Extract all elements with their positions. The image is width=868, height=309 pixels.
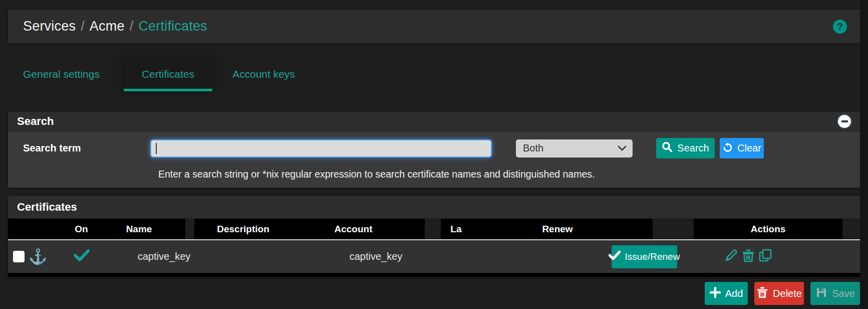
- certificates-panel-title: Certificates: [17, 201, 77, 214]
- breadcrumb-services[interactable]: Services: [23, 19, 76, 34]
- certificates-panel-header: Certificates: [8, 196, 860, 219]
- tab-certificates[interactable]: Certificates: [124, 59, 212, 91]
- cert-account: captive_key: [350, 251, 403, 262]
- floppy-icon: [815, 286, 827, 301]
- undo-icon: [722, 142, 733, 155]
- table-footer-strip: [8, 273, 860, 277]
- cert-name: captive_key: [138, 251, 191, 262]
- tab-label: Certificates: [142, 68, 194, 80]
- search-term-label: Search term: [15, 142, 150, 154]
- minus-icon: [841, 120, 848, 122]
- trash-icon[interactable]: [742, 248, 755, 262]
- search-button-label: Search: [677, 142, 709, 154]
- col-renew: Renew: [462, 219, 653, 240]
- search-input[interactable]: [150, 139, 492, 158]
- issue-renew-label: Issue/Renew: [625, 251, 680, 262]
- edit-icon[interactable]: [724, 248, 738, 262]
- breadcrumb: Services/Acme/Certificates: [23, 19, 207, 34]
- table-header-row: On Name Description Account Last renewed…: [8, 219, 860, 240]
- clear-button-label: Clear: [737, 142, 761, 154]
- tab-label: Account keys: [232, 68, 295, 80]
- help-icon[interactable]: ?: [833, 20, 847, 34]
- copy-icon[interactable]: [758, 248, 772, 262]
- search-input-wrap: [150, 139, 492, 158]
- search-button[interactable]: Search: [656, 138, 715, 159]
- footer-actions: Add Delete Save: [8, 282, 860, 305]
- text-caret: [156, 143, 157, 154]
- scrollbar-track[interactable]: [860, 0, 868, 309]
- tab-general-settings[interactable]: General settings: [8, 59, 115, 91]
- enabled-check-icon: [74, 253, 90, 264]
- certificates-table: On Name Description Account Last renewed…: [8, 219, 860, 273]
- anchor-icon[interactable]: ⚓: [29, 249, 47, 264]
- col-select: [8, 219, 55, 240]
- page-content: Services/Acme/Certificates ? General set…: [8, 10, 860, 305]
- search-panel-body: Search term Both Search: [8, 131, 860, 188]
- delete-button[interactable]: Delete: [754, 282, 804, 305]
- save-button-label: Save: [832, 288, 855, 299]
- breadcrumb-separator: /: [81, 19, 85, 34]
- col-name: Name: [93, 219, 185, 240]
- delete-button-label: Delete: [773, 288, 802, 299]
- breadcrumb-acme[interactable]: Acme: [90, 19, 125, 34]
- add-button[interactable]: Add: [705, 282, 748, 305]
- breadcrumb-separator: /: [130, 19, 134, 34]
- question-mark-glyph: ?: [837, 21, 843, 33]
- search-scope-value: Both: [523, 142, 543, 154]
- search-panel: Search Search term Both: [8, 112, 860, 188]
- check-icon: [609, 250, 621, 263]
- issue-renew-button[interactable]: Issue/Renew: [612, 245, 677, 268]
- tab-account-keys[interactable]: Account keys: [217, 59, 310, 91]
- row-checkbox[interactable]: [13, 251, 25, 262]
- clear-button[interactable]: Clear: [720, 138, 764, 159]
- col-account: Account: [282, 219, 425, 240]
- add-button-label: Add: [725, 288, 743, 299]
- tab-label: General settings: [23, 68, 100, 80]
- collapse-panel-icon[interactable]: [838, 115, 851, 128]
- plus-icon: [710, 287, 721, 300]
- breadcrumb-certificates: Certificates: [138, 19, 207, 34]
- table-row: ⚓ captive_key captive_key: [8, 240, 860, 273]
- breadcrumb-bar: Services/Acme/Certificates ?: [8, 10, 860, 43]
- trash-icon: [756, 286, 768, 301]
- certificates-panel: Certificates On Name Description Account…: [8, 196, 860, 277]
- search-panel-header: Search: [8, 112, 860, 131]
- search-helper-text: Enter a search string or *nix regular ex…: [158, 169, 860, 180]
- magnifier-icon: [662, 141, 673, 155]
- col-description: Description: [194, 219, 292, 240]
- search-scope-select[interactable]: Both: [516, 139, 633, 158]
- search-panel-title: Search: [17, 115, 54, 128]
- save-button[interactable]: Save: [810, 282, 860, 305]
- col-actions: Actions: [694, 219, 842, 240]
- chevron-down-icon: [618, 142, 627, 154]
- tab-bar: General settings Certificates Account ke…: [8, 59, 860, 91]
